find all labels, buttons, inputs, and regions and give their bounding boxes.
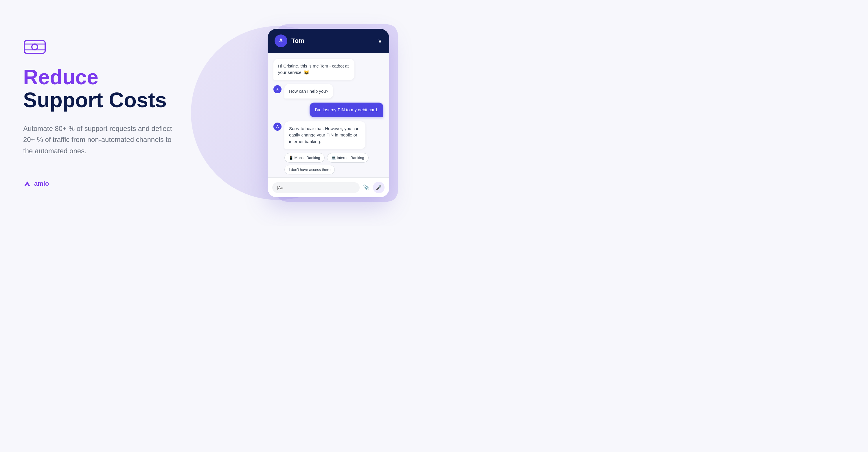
amio-logo-icon — [23, 180, 31, 188]
chat-input[interactable] — [272, 182, 360, 193]
bot-message-1: Hi Cristine, this is me Tom - catbot at … — [273, 59, 383, 80]
quick-reply-no-access[interactable]: I don't have access there — [284, 165, 335, 174]
quick-reply-mobile-banking[interactable]: 📱 Mobile Banking — [284, 153, 324, 163]
amio-logo-text: amio — [34, 180, 49, 188]
amio-logo: amio — [23, 180, 211, 188]
user-message-1: I've lost my PIN to my debit card. — [310, 103, 383, 117]
phone-card: A Tom ∨ Hi Cristine, this is me Tom - ca… — [268, 29, 389, 198]
attach-icon[interactable]: 📎 — [363, 184, 370, 191]
bot-avatar-2: A — [273, 85, 281, 93]
svg-point-1 — [32, 44, 38, 50]
bot-bubble-3: Sorry to hear that. However, you can eas… — [284, 121, 365, 149]
bot-avatar-icon-2: A — [276, 87, 279, 91]
left-panel: Reduce Support Costs Automate 80+ % of s… — [0, 21, 235, 205]
bot-bubble-1: Hi Cristine, this is me Tom - catbot at … — [273, 59, 354, 80]
bot-avatar-icon-3: A — [276, 124, 279, 129]
quick-replies: 📱 Mobile Banking 💻 Internet Banking I do… — [284, 153, 383, 174]
headline-reduce: Reduce — [23, 66, 211, 89]
headline-support: Support Costs — [23, 89, 211, 112]
avatar-icon: A — [279, 38, 283, 44]
quick-reply-internet-banking[interactable]: 💻 Internet Banking — [327, 153, 369, 163]
bot-bubble-2: How can I help you? — [284, 84, 333, 99]
header-avatar: A — [275, 34, 287, 47]
right-panel: A Tom ∨ Hi Cristine, this is me Tom - ca… — [235, 29, 434, 198]
mic-button[interactable]: 🎤 — [373, 182, 384, 193]
svg-rect-0 — [24, 40, 45, 53]
chat-body: Hi Cristine, this is me Tom - catbot at … — [268, 53, 389, 178]
mic-icon: 🎤 — [376, 185, 382, 190]
no-access-label: I don't have access there — [289, 167, 331, 172]
chat-header-left: A Tom — [275, 34, 304, 47]
chat-contact-name: Tom — [291, 37, 304, 45]
bot-message-2: A How can I help you? — [273, 84, 383, 99]
mobile-banking-label: 📱 Mobile Banking — [289, 156, 320, 160]
phone-wrapper: A Tom ∨ Hi Cristine, this is me Tom - ca… — [268, 29, 389, 198]
chat-header: A Tom ∨ — [268, 29, 389, 53]
chat-input-area: 📎 🎤 — [268, 177, 389, 197]
money-icon — [23, 38, 46, 54]
bot-message-3: A Sorry to hear that. However, you can e… — [273, 121, 383, 149]
bot-avatar-3: A — [273, 122, 281, 131]
chevron-down-icon[interactable]: ∨ — [378, 37, 382, 44]
description-text: Automate 80+ % of support requests and d… — [23, 123, 182, 157]
internet-banking-label: 💻 Internet Banking — [331, 156, 364, 160]
